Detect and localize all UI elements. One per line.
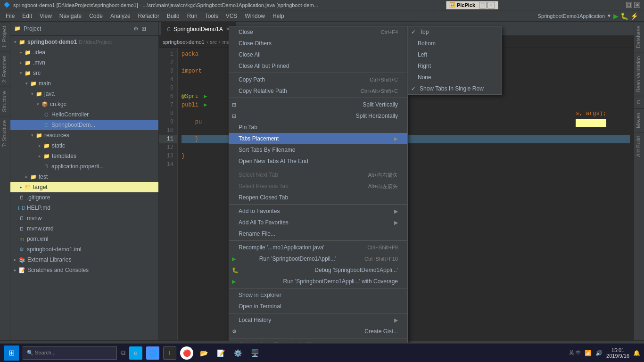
ctx-copy-relative-path[interactable]: Copy Relative Path Ctrl+Alt+Shift+C (229, 85, 407, 97)
submenu-right[interactable]: Right (408, 60, 502, 72)
window-close-btn[interactable]: ✕ (634, 2, 640, 8)
menu-file[interactable]: File (2, 12, 18, 20)
taskbar-gear-icon[interactable]: ⚙️ (231, 346, 244, 360)
taskbar-network-icon[interactable]: 📶 (585, 350, 592, 356)
search-bar[interactable]: 🔍 Search... (23, 346, 117, 360)
taskbar-speaker-icon[interactable]: 🔊 (595, 350, 603, 356)
tree-item-springboot[interactable]: C SpringbootDem... (10, 120, 158, 130)
left-label-7-structure[interactable]: 7: Structure (0, 116, 10, 151)
tree-item-idea[interactable]: ▸ 📁 .idea (10, 47, 158, 58)
coverage-btn[interactable]: ⚡ (630, 12, 638, 20)
ctx-show-in-explorer[interactable]: Show in Explorer (229, 289, 407, 301)
taskbar-chrome-icon[interactable]: 🔴 (180, 346, 193, 360)
ctx-reopen-closed[interactable]: Reopen Closed Tab (229, 192, 407, 203)
start-btn[interactable]: ⊞ (4, 346, 19, 361)
menu-tools[interactable]: Tools (201, 12, 222, 20)
menu-build[interactable]: Build (163, 12, 183, 20)
menu-refactor[interactable]: Refactor (134, 12, 163, 20)
window-restore-btn[interactable]: ❐ (626, 2, 632, 8)
ctx-run[interactable]: ▶ Run 'SpringbootDemo1Appli...' Ctrl+Shi… (229, 253, 407, 264)
sidebar-settings-icon[interactable]: ⚙ (133, 25, 139, 32)
right-panel-database[interactable]: Database (634, 22, 644, 52)
menu-help[interactable]: Help (269, 12, 288, 20)
submenu-top[interactable]: Top (408, 26, 502, 38)
ctx-add-all-to-favorites[interactable]: Add All To Favorites ▶ (229, 217, 407, 228)
ctx-sort-tabs[interactable]: Sort Tabs By Filename (229, 144, 407, 156)
ctx-run-coverage[interactable]: ▶ Run 'SpringbootDemo1Appli...' with Cov… (229, 276, 407, 287)
tree-item-resources[interactable]: ▾ 📁 resources (10, 130, 158, 140)
submenu-none[interactable]: None (408, 72, 502, 83)
picpick-close-btn[interactable]: ✕ (487, 2, 495, 8)
taskbar-terminal-icon[interactable]: 🖥️ (248, 346, 261, 360)
left-label-favorites[interactable]: 2: Favorites (0, 51, 10, 86)
taskbar-apps-icon[interactable]: 📂 (197, 346, 210, 360)
ctx-create-gist[interactable]: ⚙ Create Gist... (229, 326, 407, 337)
taskbar-idea-icon[interactable]: I (163, 346, 176, 360)
menu-code[interactable]: Code (85, 12, 107, 20)
tree-item-root[interactable]: ▾ 📁 springboot-demo1 D:\IdeaProject (10, 37, 158, 47)
menu-analyze[interactable]: Analyze (107, 12, 134, 20)
submenu-left[interactable]: Left (408, 49, 502, 60)
taskbar-notification[interactable]: 🔔 (633, 350, 640, 356)
menu-run[interactable]: Run (183, 12, 201, 20)
taskbar-lang[interactable]: 英 中 (569, 349, 581, 356)
menu-view[interactable]: View (36, 12, 56, 20)
ctx-close-all-pinned[interactable]: Close All but Pinned (229, 60, 407, 72)
debug-btn[interactable]: 🐛 (620, 12, 628, 20)
ctx-debug[interactable]: 🐛 Debug 'SpringbootDemo1Appli...' (229, 264, 407, 276)
tree-item-src[interactable]: ▾ 📁 src (10, 68, 158, 78)
task-view-btn[interactable]: ⧉ (121, 349, 125, 357)
tree-item-ext-libs[interactable]: ▸ 📚 External Libraries (10, 255, 158, 265)
menu-vcs[interactable]: VCS (222, 12, 241, 20)
tree-item-gitignore[interactable]: 🗒 .gitignore (10, 192, 158, 203)
tree-item-scratches[interactable]: ▸ 📝 Scratches and Consoles (10, 265, 158, 275)
tree-item-java[interactable]: ▾ 📁 java (10, 89, 158, 99)
right-panel-maven[interactable]: Maven (634, 108, 644, 132)
menu-navigate[interactable]: Navigate (56, 12, 85, 20)
tree-item-appprops[interactable]: 🗒 application.properti... (10, 161, 158, 172)
sidebar-collapse-icon[interactable]: — (149, 25, 155, 32)
ctx-pin-tab[interactable]: Pin Tab (229, 122, 407, 133)
run-config-dropdown-icon[interactable]: ▼ (607, 13, 611, 18)
taskbar-browser-icon[interactable]: 🌐 (146, 346, 159, 360)
left-label-project[interactable]: 1: Project (0, 22, 10, 51)
tree-item-mvnw[interactable]: 🗒 mvnw (10, 213, 158, 223)
menu-edit[interactable]: Edit (18, 12, 36, 20)
right-panel-ant-build[interactable]: Ant Build (634, 132, 644, 161)
tree-item-static[interactable]: ▸ 📁 static (10, 140, 158, 151)
menu-window[interactable]: Window (241, 12, 269, 20)
tree-item-test[interactable]: ▸ 📁 test (10, 172, 158, 182)
submenu-bottom[interactable]: Bottom (408, 38, 502, 49)
run-btn[interactable]: ▶ (613, 12, 619, 20)
ctx-local-history[interactable]: Local History ▶ (229, 314, 407, 326)
taskbar-datetime[interactable]: 15:01 2019/9/16 (606, 347, 629, 359)
right-panel-m[interactable]: m (634, 96, 644, 108)
ctx-open-new-tabs-end[interactable]: Open New Tabs At The End (229, 156, 407, 167)
tree-item-mvnwcmd[interactable]: 🗒 mvnw.cmd (10, 223, 158, 234)
tree-item-mvn[interactable]: ▸ 📁 .mvn (10, 58, 158, 68)
ctx-rename-file[interactable]: Rename File... (229, 228, 407, 239)
ctx-close[interactable]: Close Ctrl+F4 (229, 26, 407, 38)
ctx-close-all[interactable]: Close All (229, 49, 407, 60)
tree-item-cnkgc[interactable]: ▾ 📦 cn.kgc (10, 99, 158, 109)
tree-item-hello[interactable]: C HelloController (10, 109, 158, 120)
sidebar-layout-icon[interactable]: ⊞ (141, 25, 146, 32)
tree-item-templates[interactable]: ▸ 📁 templates (10, 151, 158, 161)
ctx-split-horizontally[interactable]: ⊟ Split Horizontally (229, 110, 407, 122)
left-label-structure[interactable]: Structure (0, 87, 10, 116)
tree-item-main[interactable]: ▾ 📁 main (10, 78, 158, 89)
right-panel-bean-validation[interactable]: Bean Validation (634, 52, 644, 96)
tree-item-helpmd[interactable]: HD HELP.md (10, 203, 158, 213)
picpick-restore-btn[interactable]: ❐ (479, 2, 487, 8)
ctx-copy-path[interactable]: Copy Path Ctrl+Shift+C (229, 74, 407, 85)
submenu-show-tabs-single-row[interactable]: Show Tabs In Single Row (408, 83, 502, 94)
ctx-recompile[interactable]: Recompile '...mo1Application.java' Ctrl+… (229, 242, 407, 253)
ctx-split-vertically[interactable]: ⊞ Split Vertically (229, 99, 407, 110)
ctx-add-to-favorites[interactable]: Add to Favorites ▶ (229, 206, 407, 217)
ctx-close-others[interactable]: Close Others (229, 38, 407, 49)
tree-item-target[interactable]: ▸ 📁 target (10, 182, 158, 192)
tree-item-iml[interactable]: ⚙ springboot-demo1.iml (10, 244, 158, 255)
editor-tab-springboot[interactable]: C SpringbootDemo1A ✕ (161, 22, 236, 35)
ctx-open-in-terminal[interactable]: Open in Terminal (229, 301, 407, 312)
tree-item-pomxml[interactable]: m pom.xml (10, 234, 158, 244)
